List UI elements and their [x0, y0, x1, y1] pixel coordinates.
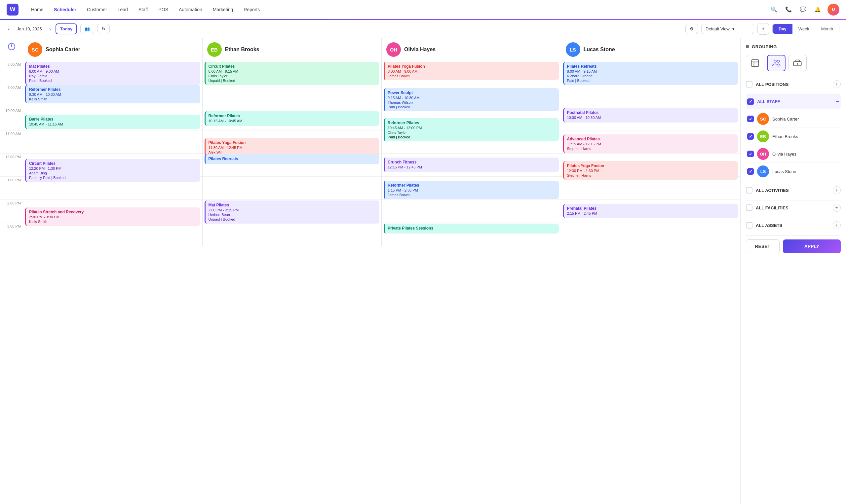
user-avatar[interactable]: U: [828, 4, 840, 16]
today-button[interactable]: Today: [55, 23, 77, 34]
favorite-button[interactable]: ✦: [757, 23, 769, 35]
staff-header: SC Sophia Carter EB Ethan Brooks OH Oliv…: [0, 38, 740, 61]
notification-icon[interactable]: 🔔: [813, 5, 822, 14]
staff-group-button[interactable]: 👥: [80, 24, 94, 34]
checkbox-all-positions[interactable]: [746, 81, 753, 88]
apply-button[interactable]: APPLY: [783, 239, 841, 253]
phone-icon[interactable]: 📞: [784, 5, 793, 14]
olivia-row-1100: [382, 130, 561, 154]
prev-date-button[interactable]: ‹: [6, 25, 11, 33]
olivia-row-800: Pilates Yoga Fusion 8:00 AM - 9:00 AM Ja…: [382, 61, 561, 84]
class-mat-pilates-ethan[interactable]: Mat Pilates 2:00 PM - 3:15 PM Herbert Be…: [205, 200, 380, 223]
view-filter-dropdown[interactable]: Default View ▾: [701, 24, 754, 34]
grouping-facility-btn[interactable]: [788, 55, 807, 71]
time-900: 9:00 AM: [0, 84, 23, 107]
expand-facilities-btn[interactable]: +: [833, 204, 841, 212]
filter-label: Default View: [706, 26, 730, 31]
next-date-button[interactable]: ›: [48, 25, 52, 33]
sidebar-footer: RESET APPLY: [746, 235, 841, 255]
ethan-row-800: Circuit Pilates 8:00 AM - 9:15 AM Chris …: [202, 61, 382, 84]
checkbox-olivia[interactable]: ✓: [747, 150, 754, 157]
staff-header-sophia: SC Sophia Carter: [23, 38, 202, 61]
checkbox-all-facilities[interactable]: [746, 204, 753, 211]
expand-activities-btn[interactable]: +: [833, 186, 841, 194]
class-circuit-pilates-ethan[interactable]: Circuit Pilates 8:00 AM - 9:15 AM Chris …: [205, 62, 380, 85]
lucas-row-800: Pilates Retreats 8:00 AM - 9:15 AM Richa…: [561, 61, 740, 84]
class-prenatal-pilates-lucas[interactable]: Prenatal Pilates 2:15 PM - 2:45 PM: [563, 204, 738, 218]
lucas-row-1100: Advanced Pilates 11:15 AM - 12:15 PM Ste…: [561, 130, 740, 154]
lucas-row-100: [561, 177, 740, 200]
nav-lead[interactable]: Lead: [113, 5, 133, 14]
collapse-staff-btn[interactable]: −: [835, 98, 840, 105]
ethan-row-200: Mat Pilates 2:00 PM - 3:15 PM Herbert Be…: [202, 200, 382, 223]
sophia-row-800: Mat Pilates 8:00 AM - 9:00 AM Ray Garcia…: [23, 61, 202, 84]
class-pilates-retreats-ethan[interactable]: Pilates Retreats: [205, 154, 380, 164]
staff-filter-lucas: ✓ LS Lucas Stone: [746, 162, 841, 180]
checkbox-all-assets[interactable]: [746, 222, 753, 229]
nav-staff[interactable]: Staff: [134, 5, 153, 14]
class-reformer-pilates-ethan[interactable]: Reformer Pilates 10:15 AM - 10:45 AM: [205, 111, 380, 126]
lucas-row-200: Prenatal Pilates 2:15 PM - 2:45 PM: [561, 200, 740, 223]
expand-positions-btn[interactable]: +: [833, 80, 841, 88]
checkbox-all-activities[interactable]: [746, 187, 753, 194]
class-postnatal-pilates-lucas[interactable]: Postnatal Pilates 10:00 AM - 10:30 AM: [563, 108, 738, 123]
nav-scheduler[interactable]: Scheduler: [49, 5, 81, 14]
nav-customer[interactable]: Customer: [82, 5, 112, 14]
checkbox-sophia[interactable]: ✓: [747, 115, 754, 122]
olivia-row-900: Power Sculpt 9:15 AM - 10:30 AM Thomas W…: [382, 84, 561, 107]
staff-filter-ethan: ✓ EB Ethan Brooks: [746, 127, 841, 145]
ethan-row-1100: Pilates Yoga Fusion 11:30 AM - 12:45 PM …: [202, 130, 382, 154]
grouping-building-btn[interactable]: [746, 55, 764, 71]
grouping-people-btn[interactable]: [767, 55, 786, 71]
class-reformer-pilates2-olivia[interactable]: Reformer Pilates 1:15 PM - 2:30 PM James…: [384, 181, 559, 199]
nav-right: 🔍 📞 💬 🔔 U: [769, 4, 840, 16]
filter-avatar-ethan: EB: [757, 130, 769, 142]
current-date: Jan 10, 2025: [14, 26, 44, 31]
time-200: 2:00 PM: [0, 200, 23, 223]
filter-options-button[interactable]: ⚙: [685, 24, 698, 34]
olivia-row-1200: Crunch Fitness 12:15 PM - 12:45 PM: [382, 154, 561, 177]
checkbox-lucas[interactable]: ✓: [747, 168, 754, 175]
checkbox-ethan[interactable]: ✓: [747, 133, 754, 140]
sophia-row-1000: Barre Pilates 10:45 AM - 11:15 AM: [23, 107, 202, 130]
ethan-row-1000: Reformer Pilates 10:15 AM - 10:45 AM: [202, 107, 382, 130]
nav-pos[interactable]: POS: [154, 5, 173, 14]
staff-filter-sophia: ✓ SC Sophia Carter: [746, 110, 841, 127]
ethan-row-300: [202, 223, 382, 246]
col-lucas: Pilates Retreats 8:00 AM - 9:15 AM Richa…: [561, 61, 741, 246]
class-private-pilates-olivia[interactable]: Private Pilates Sessions: [384, 223, 559, 234]
class-crunch-fitness-olivia[interactable]: Crunch Fitness 12:15 PM - 12:45 PM: [384, 158, 559, 172]
view-tabs: Day Week Month: [772, 24, 840, 34]
reset-button[interactable]: RESET: [746, 239, 779, 253]
time-1200: 12:00 PM: [0, 154, 23, 177]
class-advanced-pilates-lucas[interactable]: Advanced Pilates 11:15 AM - 12:15 PM Ste…: [563, 134, 738, 153]
list-icon: ≡: [746, 43, 749, 50]
class-yoga-fusion-olivia[interactable]: Pilates Yoga Fusion 8:00 AM - 9:00 AM Ja…: [384, 62, 559, 80]
tab-day[interactable]: Day: [773, 24, 792, 34]
lucas-row-1000: Postnatal Pilates 10:00 AM - 10:30 AM: [561, 107, 740, 130]
grouping-icon-group: [746, 55, 841, 71]
staff-name-ethan: Ethan Brooks: [225, 47, 260, 53]
class-barre-pilates-sophia[interactable]: Barre Pilates 10:45 AM - 11:15 AM: [25, 114, 200, 129]
refresh-button[interactable]: ↻: [98, 24, 110, 34]
svg-rect-0: [752, 60, 759, 67]
all-activities-row: ALL ACTIVITIES +: [746, 183, 841, 198]
nav-marketing[interactable]: Marketing: [208, 5, 237, 14]
time-1000: 10:00 AM: [0, 107, 23, 130]
filter-sidebar: ≡ GROUPING: [740, 38, 846, 504]
whatsapp-icon[interactable]: 💬: [798, 5, 808, 14]
class-reformer-pilates-sophia[interactable]: Reformer Pilates 9:30 AM - 10:30 AM Kell…: [25, 85, 200, 103]
tab-month[interactable]: Month: [815, 24, 839, 34]
search-icon[interactable]: 🔍: [769, 5, 779, 14]
tab-week[interactable]: Week: [792, 24, 815, 34]
checkbox-all-staff[interactable]: ✓: [747, 98, 754, 105]
expand-assets-btn[interactable]: +: [833, 221, 841, 229]
lucas-row-900: [561, 84, 740, 107]
olivia-row-300: Private Pilates Sessions: [382, 223, 561, 246]
ethan-row-100: [202, 177, 382, 200]
class-mat-pilates-sophia[interactable]: Mat Pilates 8:00 AM - 9:00 AM Ray Garcia…: [25, 62, 200, 85]
nav-automation[interactable]: Automation: [174, 5, 207, 14]
class-pilates-retreats-lucas[interactable]: Pilates Retreats 8:00 AM - 9:15 AM Richa…: [563, 62, 738, 85]
nav-home[interactable]: Home: [27, 5, 48, 14]
nav-reports[interactable]: Reports: [239, 5, 264, 14]
